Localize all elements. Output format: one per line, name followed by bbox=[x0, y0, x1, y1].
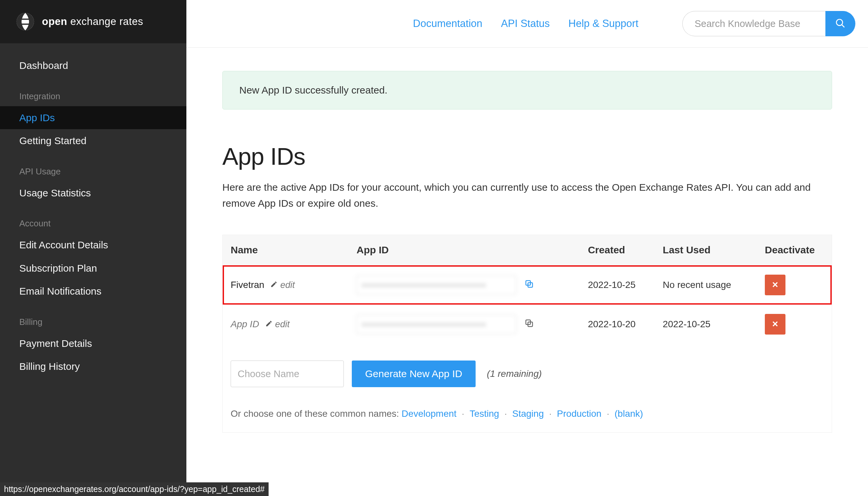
separator: · bbox=[547, 408, 554, 419]
sidebar-item-edit-account-details[interactable]: Edit Account Details bbox=[0, 233, 186, 257]
sidebar-item-dashboard[interactable]: Dashboard bbox=[0, 54, 186, 77]
row-last-used: No recent usage bbox=[655, 265, 757, 305]
topnav-link-api-status[interactable]: API Status bbox=[501, 18, 550, 29]
row-name: App ID bbox=[231, 319, 259, 329]
search bbox=[682, 11, 855, 36]
close-icon bbox=[771, 320, 779, 329]
generate-appid-button[interactable]: Generate New App ID bbox=[352, 360, 476, 387]
brand-text: open exchange rates bbox=[42, 16, 143, 28]
th-created: Created bbox=[580, 235, 655, 265]
app-ids-table: Name App ID Created Last Used Deactivate… bbox=[223, 235, 832, 432]
deactivate-button[interactable] bbox=[765, 275, 786, 295]
svg-line-2 bbox=[842, 25, 845, 27]
globe-icon bbox=[15, 12, 35, 32]
brand-logo[interactable]: open exchange rates bbox=[0, 0, 186, 43]
deactivate-button[interactable] bbox=[765, 314, 786, 335]
table-row: Fivetraneditxxxxxxxxxxxxxxxxxxxxxxxxxxxx… bbox=[223, 265, 832, 305]
separator: · bbox=[502, 408, 509, 419]
close-icon bbox=[771, 280, 779, 290]
sidebar: open exchange rates Dashboard Integratio… bbox=[0, 0, 186, 496]
row-name: Fivetran bbox=[231, 280, 264, 290]
common-name-link[interactable]: Production bbox=[557, 408, 601, 419]
page-title: App IDs bbox=[222, 143, 832, 170]
common-name-link[interactable]: (blank) bbox=[615, 408, 643, 419]
common-name-link[interactable]: Testing bbox=[470, 408, 499, 419]
sidebar-item-usage-statistics[interactable]: Usage Statistics bbox=[0, 182, 186, 205]
table-row: App IDeditxxxxxxxxxxxxxxxxxxxxxxxxxxxxxx… bbox=[223, 305, 832, 344]
search-icon bbox=[835, 18, 846, 30]
remaining-label: (1 remaining) bbox=[487, 369, 542, 379]
common-name-link[interactable]: Development bbox=[402, 408, 457, 419]
browser-statusbar: https://openexchangerates.org/account/ap… bbox=[0, 482, 269, 496]
svg-point-1 bbox=[836, 19, 843, 26]
th-last: Last Used bbox=[655, 235, 757, 265]
sidebar-heading: API Usage bbox=[0, 153, 186, 182]
topnav-link-documentation[interactable]: Documentation bbox=[413, 18, 483, 29]
row-last-used: 2022-10-25 bbox=[655, 305, 757, 344]
appid-value[interactable]: xxxxxxxxxxxxxxxxxxxxxxxxxxxxxxxxxx bbox=[357, 275, 516, 295]
sidebar-item-app-ids[interactable]: App IDs bbox=[0, 106, 186, 129]
content: New App ID successfully created. App IDs… bbox=[186, 48, 868, 453]
topbar: DocumentationAPI StatusHelp & Support bbox=[186, 0, 868, 48]
pencil-icon bbox=[265, 319, 272, 329]
sidebar-heading: Account bbox=[0, 204, 186, 233]
appid-value[interactable]: xxxxxxxxxxxxxxxxxxxxxxxxxxxxxxxxxx bbox=[357, 314, 516, 334]
separator: · bbox=[604, 408, 612, 419]
search-input[interactable] bbox=[682, 11, 825, 36]
row-created: 2022-10-25 bbox=[580, 265, 655, 305]
sidebar-item-subscription-plan[interactable]: Subscription Plan bbox=[0, 257, 186, 280]
topnav-link-help-support[interactable]: Help & Support bbox=[568, 18, 638, 29]
edit-name-link[interactable]: edit bbox=[270, 280, 295, 290]
copy-icon[interactable] bbox=[524, 318, 534, 330]
page-description: Here are the active App IDs for your acc… bbox=[222, 180, 821, 212]
separator: · bbox=[459, 408, 467, 419]
sidebar-heading: Billing bbox=[0, 303, 186, 332]
th-name: Name bbox=[223, 235, 348, 265]
sidebar-nav: Dashboard IntegrationApp IDsGetting Star… bbox=[0, 43, 186, 378]
th-appid: App ID bbox=[348, 235, 580, 265]
app-ids-card: Name App ID Created Last Used Deactivate… bbox=[222, 235, 832, 433]
pencil-icon bbox=[270, 280, 278, 290]
new-appid-name-input[interactable] bbox=[231, 360, 344, 387]
alert-success: New App ID successfully created. bbox=[222, 71, 832, 109]
search-button[interactable] bbox=[825, 11, 855, 36]
edit-name-link[interactable]: edit bbox=[265, 319, 290, 329]
sidebar-item-payment-details[interactable]: Payment Details bbox=[0, 332, 186, 355]
row-created: 2022-10-20 bbox=[580, 305, 655, 344]
main: DocumentationAPI StatusHelp & Support Ne… bbox=[186, 0, 868, 496]
common-names-prefix: Or choose one of these common names: bbox=[231, 408, 402, 419]
th-deact: Deactivate bbox=[757, 235, 832, 265]
sidebar-heading: Integration bbox=[0, 77, 186, 106]
copy-icon[interactable] bbox=[524, 279, 534, 291]
common-name-link[interactable]: Staging bbox=[512, 408, 544, 419]
sidebar-item-billing-history[interactable]: Billing History bbox=[0, 355, 186, 378]
sidebar-item-email-notifications[interactable]: Email Notifications bbox=[0, 280, 186, 303]
sidebar-item-getting-started[interactable]: Getting Started bbox=[0, 129, 186, 153]
